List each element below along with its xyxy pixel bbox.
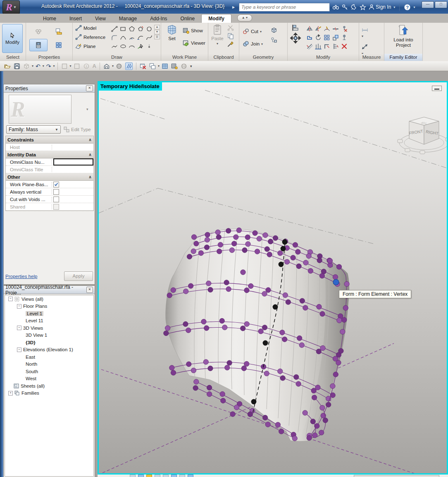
form-vertex-dot[interactable]	[316, 349, 321, 354]
form-vertex-dot[interactable]	[234, 405, 239, 410]
form-vertex-dot[interactable]	[204, 326, 209, 331]
form-vertex-dot[interactable]	[208, 366, 213, 371]
property-row[interactable]: Host	[6, 144, 93, 151]
tab-insert[interactable]: Insert	[63, 14, 88, 23]
panel-label-workplane[interactable]: Work Plane	[161, 54, 208, 61]
help-dropdown-icon[interactable]: ▾	[413, 5, 415, 9]
minimize-button[interactable]: —	[422, 1, 434, 8]
tree-item-north[interactable]: North	[5, 361, 93, 368]
section-header-constraints[interactable]: Constraints∧	[6, 136, 93, 144]
help-icon[interactable]: ?	[404, 4, 411, 11]
chevron-down-icon[interactable]: ▾	[86, 107, 88, 111]
form-vertex-dot[interactable]	[194, 241, 199, 246]
set-workplane-button[interactable]: Set	[164, 24, 180, 41]
tab-manage[interactable]: Manage	[112, 14, 143, 23]
key-icon[interactable]	[342, 4, 348, 10]
form-vertex-dot[interactable]	[205, 237, 210, 242]
close-icon[interactable]: ✕	[86, 287, 93, 293]
paint-cube-icon[interactable]	[271, 27, 277, 34]
form-vertex-dot[interactable]	[226, 287, 231, 292]
form-vertex-dot[interactable]	[183, 321, 188, 326]
draw-arc-icon[interactable]	[119, 33, 127, 42]
form-vertex-dot[interactable]	[293, 242, 298, 247]
tree-item-label[interactable]: Sheets (all)	[21, 384, 45, 388]
property-row[interactable]: Cut with Voids ...	[6, 196, 93, 203]
paste-button[interactable]: Paste▾	[210, 24, 225, 46]
form-vertex-dot[interactable]	[297, 336, 302, 340]
maximize-button[interactable]: □	[435, 1, 447, 8]
form-vertex-dot[interactable]	[245, 235, 250, 240]
tree-item-label[interactable]: East	[26, 355, 35, 360]
form-vertex-dot[interactable]	[320, 312, 325, 316]
form-vertex-dot[interactable]	[262, 325, 267, 330]
form-vertex-dot[interactable]	[333, 274, 338, 279]
tree-item-level-11[interactable]: Level 11	[5, 317, 93, 325]
tree-item-floor-plans[interactable]: −Floor Plans	[5, 303, 93, 310]
form-vertex-dot[interactable]	[224, 280, 229, 285]
draw-rect-icon[interactable]	[119, 24, 127, 33]
drawing-viewport[interactable]: FRONTRIGHTTOP Temporary Hide/Isolate For…	[98, 81, 448, 475]
axis-vertex-dot[interactable]	[282, 240, 288, 245]
form-vertex-dot[interactable]	[220, 391, 225, 396]
form-vertex-dot[interactable]	[217, 249, 222, 254]
form-vertex-dot[interactable]	[312, 395, 317, 400]
form-vertex-dot[interactable]	[258, 329, 263, 334]
form-vertex-dot[interactable]	[208, 287, 213, 292]
draw-point-icon[interactable]	[145, 42, 153, 50]
tree-item-east[interactable]: East	[5, 353, 93, 361]
model-canvas[interactable]: FRONTRIGHTTOP	[99, 82, 447, 473]
form-vertex-dot[interactable]	[273, 235, 278, 240]
form-vertex-dot[interactable]	[222, 325, 227, 330]
draw-line-icon[interactable]	[110, 24, 119, 33]
search-box[interactable]	[239, 3, 330, 12]
form-vertex-dot[interactable]	[241, 270, 245, 275]
align-up-icon[interactable]	[314, 42, 322, 50]
form-vertex-dot[interactable]	[300, 298, 305, 303]
aligned-dimension-dropdown-icon[interactable]: ▾	[70, 64, 71, 68]
form-vertex-dot[interactable]	[186, 328, 191, 333]
properties-help-link[interactable]: Properties help	[5, 274, 37, 279]
undo-icon[interactable]: ↶	[35, 63, 41, 70]
view-window-minimize-button[interactable]	[432, 86, 442, 91]
form-vertex-dot[interactable]	[165, 326, 170, 331]
cut-scissors-icon[interactable]	[227, 24, 234, 31]
switch-windows-icon[interactable]	[148, 62, 157, 70]
viewcube-roll-handle[interactable]	[405, 149, 410, 152]
tree-item-label[interactable]: 3D View 1	[26, 333, 47, 338]
form-vertex-dot[interactable]	[292, 436, 297, 441]
form-vertex-dot[interactable]	[253, 230, 257, 235]
form-vertex-dot[interactable]	[218, 242, 223, 247]
family-types-button[interactable]	[29, 25, 48, 38]
form-vertex-dot[interactable]	[312, 433, 317, 438]
viewcube-roll-handle[interactable]	[420, 151, 425, 154]
tree-item-label[interactable]: Level 11	[26, 318, 43, 323]
form-vertex-dot[interactable]	[296, 381, 301, 386]
qat-customize-icon[interactable]: ▾	[189, 64, 193, 69]
form-vertex-dot[interactable]	[294, 374, 299, 379]
form-vertex-dot[interactable]	[337, 318, 342, 323]
schedule-grid-icon[interactable]	[161, 62, 169, 70]
form-vertex-dot[interactable]	[229, 248, 234, 253]
panel-label-geometry[interactable]: Geometry	[239, 54, 287, 61]
form-vertex-dot[interactable]	[234, 235, 238, 240]
open-file-icon[interactable]	[3, 62, 12, 70]
tree-item-level-1[interactable]: Level 1	[5, 310, 93, 317]
panel-label-family-editor[interactable]: Family Editor	[384, 54, 422, 61]
property-row[interactable]: Shared	[6, 203, 93, 211]
panel-label-draw[interactable]: Draw	[73, 54, 161, 61]
form-vertex-dot[interactable]	[244, 361, 249, 366]
copy-clipboard-icon[interactable]	[227, 33, 234, 39]
cope-icon[interactable]	[305, 33, 314, 42]
form-vertex-dot[interactable]	[286, 300, 291, 304]
panel-label-measure[interactable]: Measure	[359, 54, 384, 61]
form-vertex-dot[interactable]	[308, 268, 313, 273]
measure-line-icon[interactable]	[73, 62, 81, 70]
mirror-draw-icon[interactable]	[314, 24, 322, 33]
axis-vertex-dot[interactable]	[273, 304, 278, 310]
highlighted-vertex-dot[interactable]	[333, 279, 339, 285]
form-vertex-dot[interactable]	[268, 239, 273, 244]
form-vertex-dot[interactable]	[244, 321, 249, 326]
form-vertex-dot[interactable]	[186, 362, 191, 367]
collapse-icon[interactable]: −	[17, 304, 21, 309]
form-vertex-dot[interactable]	[296, 264, 301, 268]
